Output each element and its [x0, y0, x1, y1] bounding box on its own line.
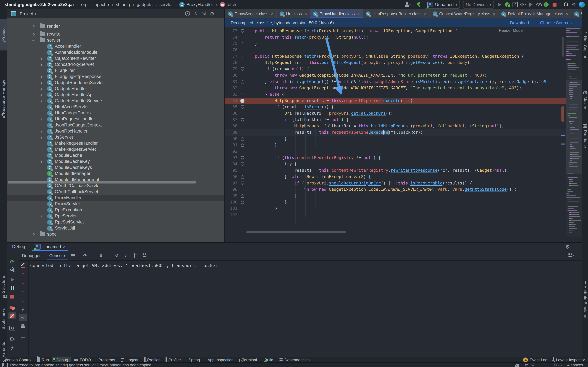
line-number[interactable]: 77 — [225, 53, 237, 60]
tree-item-ETagFilter[interactable]: CETagFilter — [7, 67, 225, 74]
line-number[interactable]: 93 — [225, 155, 237, 161]
toolwindow-profiler[interactable]: Profiler — [163, 357, 184, 363]
editor-minimap[interactable] — [566, 27, 582, 237]
breadcrumb-item[interactable]: shindig-gadgets-2.5.2-wso2v2.jar — [5, 2, 74, 7]
drop-frame-icon[interactable]: ↯ — [113, 252, 121, 259]
chevron-right-icon[interactable]: › — [33, 22, 35, 31]
gutter-marker[interactable] — [237, 47, 247, 53]
tree-item-HttpRequestHandler[interactable]: ›CHttpRequestHandler — [7, 116, 225, 122]
breadcrumb-item[interactable]: gadgets — [137, 2, 153, 7]
run-to-cursor-icon[interactable]: ↦ — [121, 252, 129, 259]
hide-panel-icon[interactable]: − — [216, 10, 225, 17]
run-configuration-select[interactable]: Unnamed▾ — [424, 1, 460, 8]
line-number[interactable]: 94 — [225, 161, 237, 167]
arrow-up-red-icon[interactable]: ↑ — [19, 270, 27, 277]
tree-item-RpcSwfServlet[interactable]: CRpcSwfServlet — [7, 219, 225, 225]
fold-icon[interactable] — [241, 29, 244, 33]
editor-scrollbar[interactable] — [561, 27, 566, 237]
search-icon[interactable] — [562, 1, 570, 8]
choose-sources-link[interactable]: Choose Sources... — [540, 20, 575, 25]
fold-icon[interactable] — [241, 162, 244, 166]
tab-HttpResponseBuilder-class[interactable]: CHttpResponseBuilder.class× — [363, 9, 430, 18]
breadcrumb-item[interactable]: servlet — [159, 2, 173, 7]
project-horizontal-scrollbar[interactable] — [8, 181, 196, 184]
user-dropdown-icon[interactable]: ▾ — [404, 1, 411, 8]
resume-icon[interactable] — [8, 276, 16, 283]
toolwindow-problems[interactable]: Problems — [94, 357, 118, 363]
line-number[interactable]: 81 — [225, 79, 237, 85]
force-step-into-icon[interactable]: ⇓ — [97, 252, 105, 259]
gutter-marker[interactable] — [237, 161, 247, 167]
fold-icon[interactable] — [241, 105, 244, 109]
download-link[interactable]: Download... — [510, 20, 533, 25]
gutter-marker[interactable] — [237, 142, 247, 148]
fold-end-icon[interactable] — [241, 137, 244, 141]
step-out-icon[interactable]: ↑ — [105, 252, 113, 259]
breadcrumb-item[interactable]: org — [81, 2, 88, 7]
show-execution-point-icon[interactable] — [69, 252, 77, 259]
attach-debugger-icon[interactable]: ↗ — [543, 1, 551, 8]
tree-item-MakeRequestServlet[interactable]: CMakeRequestServlet — [7, 146, 225, 152]
tree-item-ConcatProxyServlet[interactable]: ›CConcatProxyServlet — [7, 61, 225, 67]
tab-ProxyHandler-class[interactable]: CProxyHandler.class× — [310, 9, 363, 18]
toolwindow-todo[interactable]: TODO — [71, 357, 94, 363]
close-icon[interactable]: × — [493, 11, 495, 17]
tree-item-GadgetRenderingServlet[interactable]: ›CGadgetRenderingServlet — [7, 80, 225, 86]
fold-end-icon[interactable] — [241, 194, 244, 198]
line-number[interactable]: 99 — [225, 193, 237, 199]
close-icon[interactable]: × — [271, 11, 274, 17]
sidebar-item-resource-manager[interactable]: Resource Manager — [0, 72, 7, 121]
line-number[interactable]: 88 — [225, 123, 237, 129]
tree-item-ModuleCacheKeys[interactable]: CModuleCacheKeys — [7, 165, 225, 171]
toolwindow-spring[interactable]: Spring — [184, 357, 203, 363]
close-icon[interactable]: × — [357, 11, 360, 17]
gutter-marker[interactable] — [237, 123, 247, 129]
editor-horizontal-scrollbar[interactable] — [246, 231, 346, 233]
fold-end-icon[interactable] — [241, 143, 244, 147]
tab-debugger[interactable]: Debugger — [18, 251, 45, 260]
tree-item-GadgetsHandlerApi[interactable]: ›CGadgetsHandlerApi — [7, 92, 225, 98]
tree-item-ProxyServlet[interactable]: CProxyServlet — [7, 201, 225, 207]
soft-wrap-icon[interactable]: ↲ — [19, 305, 27, 312]
play-secondary-icon[interactable] — [527, 1, 535, 8]
tree-item-ProxyHandler[interactable]: CProxyHandler — [7, 195, 225, 201]
sync-restart-icon[interactable]: ⟳▾ — [519, 1, 527, 8]
tree-item-MakeRequestHandler[interactable]: CMakeRequestHandler — [7, 140, 225, 146]
close-icon[interactable]: × — [566, 11, 568, 17]
tree-item-JsServlet[interactable]: ›CJsServlet — [7, 134, 225, 140]
line-number[interactable]: 86 — [225, 110, 237, 117]
close-icon[interactable]: × — [304, 11, 307, 17]
debug-session-tab[interactable]: Unnamed × — [32, 243, 68, 251]
gutter-marker[interactable] — [237, 129, 247, 136]
tree-item-JsonRpcHandler[interactable]: ›CJsonRpcHandler — [7, 128, 225, 134]
line-number[interactable]: 102 — [225, 212, 237, 218]
line-number[interactable]: 90 — [225, 136, 237, 142]
toolwindow-layout-inspector[interactable]: Layout Inspector — [550, 357, 588, 363]
tree-item-CajaContentRewriter[interactable]: ›CCajaContentRewriter — [7, 55, 225, 61]
view-breakpoints-icon[interactable] — [8, 304, 16, 311]
hide-panel-icon[interactable]: − — [574, 244, 578, 250]
run-play-icon[interactable] — [495, 1, 503, 8]
tree-item-RpcServlet[interactable]: ›CRpcServlet — [7, 213, 225, 219]
line-number[interactable]: 91 — [225, 142, 237, 148]
restore-layout-icon[interactable] — [141, 252, 149, 259]
gutter-marker[interactable] — [237, 186, 247, 193]
line-number[interactable]: 89 — [225, 129, 237, 136]
toolwindow-terminal[interactable]: Terminal — [236, 357, 260, 363]
chevron-down-icon[interactable]: › — [30, 39, 38, 41]
tab-console[interactable]: Console — [45, 251, 69, 260]
marker-icon[interactable] — [19, 262, 27, 269]
gutter-marker[interactable] — [237, 72, 247, 79]
tree-item-spec[interactable]: ›spec — [7, 231, 225, 237]
line-number[interactable]: 96 — [225, 174, 237, 180]
evaluate-expression-icon[interactable] — [133, 252, 141, 259]
gutter-marker[interactable] — [237, 136, 247, 142]
user-avatar[interactable] — [578, 1, 586, 8]
breadcrumb-item[interactable]: shindig — [116, 2, 130, 7]
toolwindow-app-inspection[interactable]: App Inspection — [203, 357, 237, 363]
sidebar-item-android-emulator[interactable]: Android Emulator — [582, 281, 588, 335]
clear-icon[interactable] — [19, 331, 27, 338]
close-icon[interactable]: × — [424, 11, 427, 17]
mute-breakpoints-icon[interactable] — [8, 312, 16, 319]
fold-end-icon[interactable] — [241, 207, 244, 210]
